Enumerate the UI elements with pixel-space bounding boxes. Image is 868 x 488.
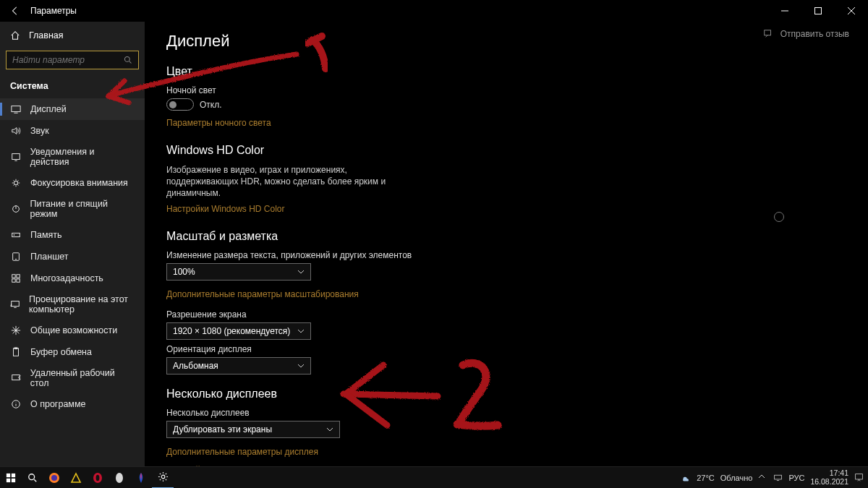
resolution-select[interactable]: 1920 × 1080 (рекомендуется) [166, 322, 311, 340]
svg-rect-32 [775, 475, 782, 479]
svg-point-24 [29, 474, 35, 479]
sidebar-item-label: Общие возможности [30, 325, 117, 335]
multitask-icon [10, 273, 22, 284]
taskbar: 27°C Облачно РУС 17:41 16.08.2021 [0, 466, 868, 488]
clock-time: 17:41 [830, 469, 848, 477]
remote-icon [10, 372, 22, 384]
home-icon [10, 30, 20, 40]
taskbar-search[interactable] [22, 467, 43, 489]
multi-display-value: Дублировать эти экраны [173, 424, 272, 435]
sidebar-item-clipboard[interactable]: Буфер обмена [0, 341, 145, 363]
resolution-label: Разрешение экрана [166, 309, 846, 320]
sidebar-item-display[interactable]: Дисплей [0, 98, 145, 120]
svg-point-26 [51, 475, 57, 481]
svg-rect-13 [17, 279, 20, 282]
taskbar-app-settings[interactable] [152, 467, 174, 489]
titlebar: Параметры [0, 0, 868, 22]
search-input[interactable] [12, 55, 124, 65]
hd-description: Изображение в видео, играх и приложениях… [166, 164, 412, 200]
hd-settings-link[interactable]: Настройки Windows HD Color [166, 204, 285, 214]
weather-text[interactable]: Облачно [720, 474, 753, 482]
svg-rect-23 [12, 478, 15, 481]
taskbar-app-grey[interactable] [109, 467, 130, 489]
section-multi-heading: Несколько дисплеев [166, 388, 846, 401]
scale-size-label: Изменение размера текста, приложений и д… [166, 250, 846, 260]
clipboard-icon [10, 346, 22, 358]
taskbar-app-opera[interactable] [87, 467, 109, 489]
maximize-button[interactable] [801, 0, 835, 22]
night-light-toggle[interactable] [166, 98, 194, 111]
sound-icon [10, 125, 22, 137]
tray-network-icon[interactable] [773, 473, 783, 482]
svg-point-9 [16, 259, 17, 260]
resolution-select-value: 1920 × 1080 (рекомендуется) [173, 326, 290, 336]
sidebar-item-multitask[interactable]: Многозадачность [0, 267, 145, 289]
storage-icon [10, 229, 22, 241]
sidebar: Главная Система Дисплей Звук Уведомления… [0, 22, 145, 466]
sidebar-item-remote[interactable]: Удаленный рабочий стол [0, 363, 145, 393]
feedback-label: Отправить отзыв [780, 29, 849, 39]
sidebar-item-label: Звук [30, 126, 49, 136]
close-button[interactable] [835, 0, 868, 22]
sidebar-item-notifications[interactable]: Уведомления и действия [0, 142, 145, 172]
weather-temp[interactable]: 27°C [697, 474, 715, 482]
sidebar-item-label: Память [30, 230, 62, 240]
sidebar-item-sound[interactable]: Звук [0, 120, 145, 142]
sidebar-item-shared[interactable]: Общие возможности [0, 320, 145, 341]
clock[interactable]: 17:41 16.08.2021 [810, 469, 848, 485]
svg-rect-22 [7, 478, 10, 481]
svg-rect-12 [12, 279, 15, 282]
sidebar-item-label: Буфер обмена [30, 347, 92, 357]
back-button[interactable] [10, 6, 20, 16]
sidebar-item-label: Проецирование на этот компьютер [29, 294, 135, 314]
multi-display-select[interactable]: Дублировать эти экраны [166, 421, 340, 438]
tray-chevron-up-icon[interactable] [758, 473, 767, 482]
orientation-select[interactable]: Альбомная [166, 357, 311, 374]
svg-rect-11 [17, 275, 20, 278]
clock-date: 16.08.2021 [810, 478, 848, 486]
sidebar-item-focus[interactable]: Фокусировка внимания [0, 172, 145, 194]
power-icon [10, 203, 22, 215]
section-hd-heading: Windows HD Color [166, 144, 846, 157]
search-input-container[interactable] [6, 51, 139, 69]
taskbar-app-firefox[interactable] [43, 467, 65, 489]
help-indicator [774, 212, 784, 222]
scale-select-value: 100% [173, 267, 195, 277]
sidebar-item-about[interactable]: О программе [0, 393, 145, 415]
language-indicator[interactable]: РУС [788, 474, 804, 482]
start-button[interactable] [0, 467, 22, 489]
orientation-select-value: Альбомная [173, 361, 218, 371]
svg-rect-10 [12, 275, 15, 278]
taskbar-app-paint[interactable] [130, 467, 152, 489]
night-light-state: Откл. [200, 100, 222, 110]
advanced-display-link[interactable]: Дополнительные параметры дисплея [166, 447, 318, 457]
night-light-settings-link[interactable]: Параметры ночного света [166, 118, 271, 128]
svg-rect-20 [7, 473, 10, 476]
feedback-link[interactable]: Отправить отзыв [763, 29, 849, 39]
svg-rect-3 [12, 154, 20, 160]
minimize-button[interactable] [768, 0, 801, 22]
scale-select[interactable]: 100% [166, 263, 311, 281]
notification-icon [10, 151, 22, 163]
svg-point-7 [14, 235, 14, 236]
sidebar-item-storage[interactable]: Память [0, 224, 145, 246]
sidebar-item-tablet[interactable]: Планшет [0, 246, 145, 267]
page-title: Дисплей [166, 32, 846, 51]
multi-label: Несколько дисплеев [166, 408, 846, 418]
advanced-scaling-link[interactable]: Дополнительные параметры масштабирования [166, 289, 359, 299]
action-center-icon[interactable] [854, 473, 864, 482]
svg-rect-21 [12, 473, 15, 476]
sidebar-item-power[interactable]: Питание и спящий режим [0, 194, 145, 224]
sidebar-item-projecting[interactable]: Проецирование на этот компьютер [0, 289, 145, 320]
sidebar-item-label: О программе [30, 399, 85, 409]
svg-marker-27 [72, 474, 80, 482]
taskbar-app-yellow[interactable] [65, 467, 87, 489]
home-link[interactable]: Главная [0, 25, 145, 46]
svg-rect-14 [12, 301, 20, 307]
svg-rect-0 [815, 8, 822, 14]
content-area: Отправить отзыв Дисплей Цвет Ночной свет… [145, 22, 868, 466]
sidebar-item-label: Удаленный рабочий стол [30, 368, 135, 388]
svg-point-1 [125, 57, 130, 62]
svg-point-30 [116, 473, 123, 483]
svg-rect-19 [765, 30, 771, 35]
